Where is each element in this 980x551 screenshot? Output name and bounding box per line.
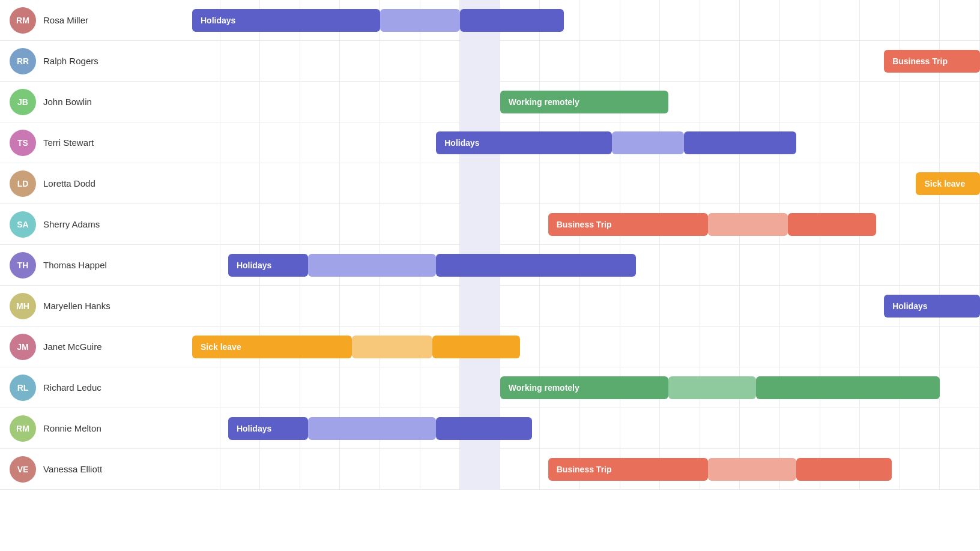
- grid-cell: [380, 449, 420, 490]
- grid-cell: [860, 327, 900, 367]
- grid-cell: [220, 286, 261, 327]
- grid-cell: [260, 286, 300, 327]
- grid-cell: [300, 449, 340, 490]
- event-bar[interactable]: Business Trip: [548, 213, 708, 236]
- timeline-area: Business Trip: [180, 41, 980, 82]
- event-bar[interactable]: [308, 417, 436, 440]
- grid-cell: [740, 286, 780, 327]
- event-bar[interactable]: Working remotely: [500, 376, 668, 399]
- grid-cell: [180, 408, 220, 449]
- person-cell: TSTerri Stewart: [0, 130, 180, 156]
- grid-cell: [860, 0, 900, 41]
- event-bar[interactable]: [708, 458, 796, 481]
- person-name: Janet McGuire: [43, 342, 102, 352]
- grid-cell: [380, 122, 420, 163]
- grid-cell: [780, 286, 820, 327]
- person-name: Terri Stewart: [43, 137, 94, 148]
- event-bar[interactable]: [352, 336, 432, 358]
- grid-cell: [940, 204, 980, 245]
- event-bar[interactable]: Holidays: [228, 254, 308, 277]
- grid-cell: [820, 408, 861, 449]
- grid-cell: [700, 408, 740, 449]
- event-bar[interactable]: [612, 131, 684, 154]
- event-bar[interactable]: [708, 213, 788, 236]
- person-name: Ronnie Melton: [43, 423, 101, 433]
- event-bar[interactable]: [436, 417, 532, 440]
- grid-cell: [340, 449, 380, 490]
- event-bar[interactable]: Holidays: [228, 417, 308, 440]
- event-bar[interactable]: Holidays: [192, 9, 380, 32]
- grid-cell: [460, 204, 500, 245]
- event-bar[interactable]: [432, 336, 521, 358]
- grid-cell: [580, 286, 620, 327]
- grid-cell: [900, 0, 940, 41]
- grid-cell: [420, 449, 461, 490]
- grid-cell: [620, 408, 661, 449]
- event-bar[interactable]: [436, 254, 636, 277]
- grid-cell: [220, 82, 261, 122]
- grid-cell: [460, 367, 500, 408]
- event-bar[interactable]: Business Trip: [548, 458, 708, 481]
- grid-cell: [500, 204, 540, 245]
- grid-cell: [660, 41, 700, 82]
- table-row: THThomas HappelHolidays: [0, 245, 980, 286]
- grid-cell: [700, 245, 740, 286]
- event-bar[interactable]: [796, 458, 892, 481]
- event-bar[interactable]: Sick leave: [192, 336, 352, 358]
- grid-cell: [660, 286, 700, 327]
- person-name: Richard Leduc: [43, 382, 101, 393]
- grid-cell: [340, 163, 380, 204]
- table-row: JMJanet McGuireSick leave: [0, 327, 980, 367]
- event-bar[interactable]: Holidays: [884, 295, 980, 318]
- grid-lines: [180, 163, 980, 204]
- grid-cell: [900, 327, 940, 367]
- grid-cell: [220, 41, 261, 82]
- event-bar[interactable]: [684, 131, 796, 154]
- grid-cell: [420, 204, 461, 245]
- grid-cell: [340, 367, 380, 408]
- person-name: Loretta Dodd: [43, 178, 95, 188]
- person-cell: MHMaryellen Hanks: [0, 293, 180, 319]
- grid-cell: [940, 449, 980, 490]
- grid-cell: [780, 0, 820, 41]
- grid-cell: [300, 82, 340, 122]
- event-bar[interactable]: Working remotely: [500, 91, 668, 113]
- grid-cell: [500, 286, 540, 327]
- grid-cell: [940, 327, 980, 367]
- event-bar[interactable]: [668, 376, 757, 399]
- table-row: TSTerri StewartHolidays: [0, 122, 980, 163]
- grid-cell: [180, 367, 220, 408]
- grid-cell: [580, 163, 620, 204]
- table-row: RMRonnie MeltonHolidays: [0, 408, 980, 449]
- grid-cell: [820, 163, 861, 204]
- event-bar[interactable]: [756, 376, 940, 399]
- person-cell: THThomas Happel: [0, 252, 180, 279]
- grid-cell: [380, 41, 420, 82]
- event-bar[interactable]: [788, 213, 876, 236]
- event-bar[interactable]: [380, 9, 460, 32]
- grid-cell: [740, 0, 780, 41]
- gantt-chart: RMRosa MillerHolidaysRRRalph RogersBusin…: [0, 0, 980, 551]
- table-row: RRRalph RogersBusiness Trip: [0, 41, 980, 82]
- grid-cell: [300, 204, 340, 245]
- grid-cell: [340, 41, 380, 82]
- grid-cell: [220, 122, 261, 163]
- grid-cell: [180, 41, 220, 82]
- grid-cell: [420, 163, 461, 204]
- person-name: Thomas Happel: [43, 260, 107, 270]
- event-bar[interactable]: [460, 9, 564, 32]
- event-bar[interactable]: [308, 254, 436, 277]
- timeline-area: Holidays: [180, 408, 980, 449]
- person-cell: RMRonnie Melton: [0, 415, 180, 442]
- person-name: John Bowlin: [43, 97, 92, 107]
- table-row: RMRosa MillerHolidays: [0, 0, 980, 41]
- grid-cell: [820, 286, 861, 327]
- grid-cell: [700, 327, 740, 367]
- grid-cell: [300, 122, 340, 163]
- event-bar[interactable]: Sick leave: [916, 172, 980, 195]
- event-bar[interactable]: Business Trip: [884, 50, 980, 73]
- grid-cell: [940, 82, 980, 122]
- table-row: LDLoretta DoddSick leave: [0, 163, 980, 204]
- grid-cell: [900, 449, 940, 490]
- event-bar[interactable]: Holidays: [436, 131, 612, 154]
